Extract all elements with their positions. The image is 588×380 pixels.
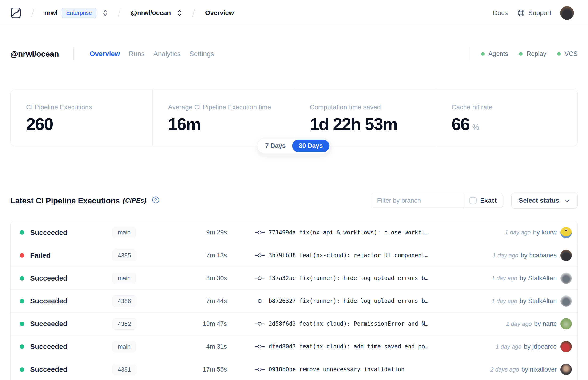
breadcrumb-separator <box>118 9 121 17</box>
nx-cloud-logo-icon[interactable] <box>10 7 21 19</box>
workspace-tabs: Overview Runs Analytics Settings <box>90 50 214 58</box>
top-navbar: nrwl Enterprise @nrwl/ocean Overview Doc… <box>0 0 588 26</box>
support-link[interactable]: Support <box>517 9 551 17</box>
table-row[interactable]: Succeeded main 8m 30s f37a32ae fix(runne… <box>11 267 577 289</box>
stat-suffix: % <box>472 122 479 133</box>
status-dot-icon <box>20 253 24 258</box>
status-label: Succeeded <box>30 365 98 373</box>
commit-text: f37a32ae fix(runner): hide log upload er… <box>269 275 428 282</box>
author: by bcabanes <box>521 252 557 259</box>
commit-text: 2d58f6d3 feat(nx-cloud): PermissionError… <box>269 321 428 327</box>
duration: 7m 13s <box>167 252 227 259</box>
cipe-section-header: Latest CI Pipeline Executions (CIPEs) ? … <box>10 192 578 209</box>
table-row[interactable]: Succeeded 4386 7m 44s b8726327 fix(runne… <box>11 289 577 312</box>
stat-label: Computation time saved <box>310 103 431 111</box>
status-label: Succeeded <box>30 297 98 305</box>
table-row[interactable]: Succeeded main 4m 31s dfed80d3 feat(nx-c… <box>11 335 577 358</box>
avatar <box>560 364 572 375</box>
section-title: Latest CI Pipeline Executions <box>10 196 120 205</box>
author: by nixallover <box>521 366 557 373</box>
time-ago: 1 day ago <box>505 229 531 236</box>
status-label: Succeeded <box>30 342 98 351</box>
feature-replay[interactable]: Replay <box>519 50 546 57</box>
feature-indicators: Agents Replay VCS <box>470 47 578 60</box>
time-ago: 1 day ago <box>492 298 517 304</box>
branch-filter-group: Exact <box>371 193 503 208</box>
tab-runs[interactable]: Runs <box>129 50 145 58</box>
feature-vcs[interactable]: VCS <box>557 50 578 57</box>
commit-message: remove unnecessary invalidation <box>299 366 405 373</box>
help-icon[interactable]: ? <box>152 196 159 204</box>
tab-settings[interactable]: Settings <box>189 50 214 58</box>
avatar <box>560 227 572 238</box>
green-dot-icon <box>481 52 485 56</box>
time-ago: 1 day ago <box>496 343 522 350</box>
breadcrumb-workspace[interactable]: @nrwl/ocean <box>131 9 171 17</box>
stat-card-avg-time: Average CI Pipeline Execution time 16m <box>152 90 294 146</box>
branch-badge: main <box>113 272 136 284</box>
stat-label: Cache hit rate <box>452 103 573 111</box>
stats-section: CI Pipeline Executions 260 Average CI Pi… <box>10 90 578 146</box>
author: by StalkAltan <box>520 298 557 305</box>
time-ago: 2 days ago <box>490 366 519 373</box>
time-ago: 1 day ago <box>493 252 518 259</box>
stat-value: 1d 22h 53m <box>310 116 397 133</box>
branch-badge: 4386 <box>113 295 136 307</box>
commit-text: dfed80d3 feat(nx-cloud): add time-saved … <box>269 343 428 350</box>
branch-badge: main <box>113 227 136 238</box>
table-row[interactable]: Succeeded 4381 17m 55s 0918b0be remove u… <box>11 358 577 380</box>
user-avatar[interactable] <box>560 6 574 20</box>
commit-message: feat(nx-cloud): add time-saved end po… <box>299 343 428 350</box>
time-ago: 1 day ago <box>492 275 517 282</box>
git-commit-icon <box>255 229 265 236</box>
commit-hash: b8726327 <box>269 298 296 304</box>
breadcrumb-org[interactable]: nrwl <box>44 9 57 17</box>
range-7-days[interactable]: 7 Days <box>259 140 292 152</box>
tab-analytics[interactable]: Analytics <box>153 50 181 58</box>
cipe-filters: Exact Select status <box>371 192 578 209</box>
breadcrumb: nrwl Enterprise @nrwl/ocean Overview <box>10 7 234 19</box>
time-ago: 1 day ago <box>506 321 532 327</box>
page-title: @nrwl/ocean <box>10 49 59 58</box>
status-dot-icon <box>20 299 24 303</box>
stat-card-executions: CI Pipeline Executions 260 <box>11 90 152 146</box>
breadcrumb-page: Overview <box>205 9 234 17</box>
status-label: Succeeded <box>30 274 98 282</box>
git-commit-icon <box>255 366 265 373</box>
exact-checkbox[interactable] <box>470 197 476 204</box>
stat-label: CI Pipeline Executions <box>26 103 148 111</box>
duration: 9m 29s <box>167 229 227 236</box>
range-30-days[interactable]: 30 Days <box>292 140 329 152</box>
stat-card-cache-hit-rate: Cache hit rate 66 % <box>436 90 578 146</box>
table-row[interactable]: Failed 4385 7m 13s 3b79fb38 feat(nx-clou… <box>11 244 577 267</box>
avatar <box>560 295 572 307</box>
feature-agents[interactable]: Agents <box>481 50 508 57</box>
avatar <box>560 272 572 284</box>
breadcrumb-separator <box>192 9 195 17</box>
git-commit-icon <box>255 252 265 258</box>
author: by lourw <box>533 229 557 236</box>
workspace-switcher-chevrons-icon[interactable] <box>177 9 182 17</box>
stat-value: 66 <box>452 116 470 133</box>
git-commit-icon <box>255 275 265 281</box>
tab-overview[interactable]: Overview <box>90 50 120 58</box>
duration: 19m 47s <box>167 320 227 327</box>
commit-text: 0918b0be remove unnecessary invalidation <box>269 366 405 373</box>
branch-filter-input[interactable] <box>371 193 463 208</box>
table-row[interactable]: Succeeded 4382 19m 47s 2d58f6d3 feat(nx-… <box>11 312 577 335</box>
stat-card-time-saved: Computation time saved 1d 22h 53m <box>294 90 436 146</box>
docs-link[interactable]: Docs <box>493 9 508 17</box>
git-commit-icon <box>255 343 265 350</box>
exact-label[interactable]: Exact <box>480 197 496 204</box>
status-dot-icon <box>20 230 24 235</box>
status-select-button[interactable]: Select status <box>511 192 578 209</box>
green-dot-icon <box>519 52 523 56</box>
avatar <box>560 318 572 329</box>
enterprise-badge: Enterprise <box>62 7 96 18</box>
support-label: Support <box>528 9 551 17</box>
commit-text: 771499da fix(nx-api & workflows): close … <box>269 229 428 236</box>
status-dot-icon <box>20 322 24 326</box>
feature-label: Agents <box>488 50 508 57</box>
org-switcher-chevrons-icon[interactable] <box>103 9 108 17</box>
table-row[interactable]: Succeeded main 9m 29s 771499da fix(nx-ap… <box>11 221 577 244</box>
